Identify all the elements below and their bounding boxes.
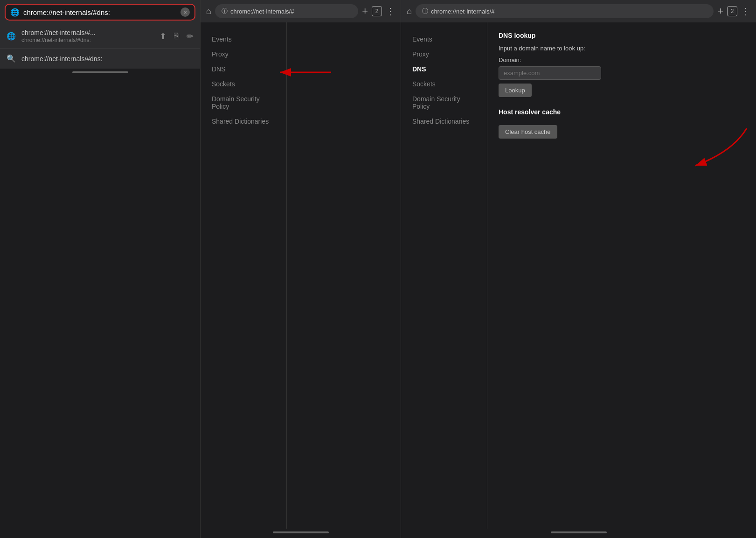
browser-chrome: ⌂ ⓘ chrome://net-internals/# + 2 ⋮ [201,0,401,22]
globe-icon: 🌐 [7,32,16,41]
nav-item-sockets-3[interactable]: Sockets [401,77,487,91]
browser-chrome-3: ⌂ ⓘ chrome://net-internals/# + 2 ⋮ [401,0,756,22]
globe-icon: 🌐 [10,8,20,17]
copy-icon[interactable]: ⎘ [174,31,179,42]
menu-button[interactable]: ⋮ [386,6,395,17]
nav-item-events-3[interactable]: Events [401,32,487,47]
bottom-indicator [0,69,200,78]
new-tab-button-3[interactable]: + [717,5,723,17]
nav-item-dsp[interactable]: Domain Security Policy [201,91,286,114]
nav-item-dns[interactable]: DNS [201,62,286,77]
url-text-3: chrome://net-internals/# [431,8,495,15]
home-button-3[interactable]: ⌂ [407,7,412,16]
bottom-indicator-2 [201,529,401,538]
net-main-content: DNS lookup Input a domain name to look u… [487,22,756,529]
url-bar[interactable]: ⓘ chrome://net-internals/# [215,4,358,18]
edit-icon[interactable]: ✏ [187,31,194,42]
host-resolver-title: Host resolver cache [499,108,745,116]
address-bar-container: 🌐 chrome://net-internals/#dns: × [0,0,200,24]
net-nav-3: Events Proxy DNS Sockets Domain Security… [401,22,487,529]
bottom-indicator-bar-3 [551,531,607,533]
menu-button-3[interactable]: ⋮ [741,6,750,17]
lock-icon-3: ⓘ [422,7,428,15]
panel-address-bar: 🌐 chrome://net-internals/#dns: × 🌐 chrom… [0,0,201,538]
dns-lookup-title: DNS lookup [499,32,745,39]
url-bar-3[interactable]: ⓘ chrome://net-internals/# [416,4,714,18]
domain-label: Domain: [499,56,745,63]
nav-item-proxy[interactable]: Proxy [201,47,286,62]
panel-browser-nav: ⌂ ⓘ chrome://net-internals/# + 2 ⋮ Event… [201,0,401,538]
nav-item-dsp-3[interactable]: Domain Security Policy [401,91,487,114]
bottom-indicator-bar-2 [273,531,329,533]
history-suggestion-item[interactable]: 🌐 chrome://net-internals/#... chrome://n… [0,24,200,49]
nav-item-proxy-3[interactable]: Proxy [401,47,487,62]
search-icon: 🔍 [7,54,16,63]
domain-input[interactable] [499,66,601,80]
search-suggestion-text: chrome://net-internals/#dns: [21,55,103,63]
search-suggestion-item[interactable]: 🔍 chrome://net-internals/#dns: [0,49,200,69]
bottom-indicator-bar [72,71,128,73]
home-button[interactable]: ⌂ [206,7,211,16]
clear-host-cache-button[interactable]: Clear host cache [499,125,557,139]
host-resolver-section: Host resolver cache Clear host cache [499,108,745,139]
share-icon[interactable]: ⬆ [160,31,166,42]
net-nav: Events Proxy DNS Sockets Domain Security… [201,22,287,529]
dns-lookup-desc: Input a domain name to look up: [499,45,745,52]
net-internals-content-3: Events Proxy DNS Sockets Domain Security… [401,22,756,529]
nav-item-sockets[interactable]: Sockets [201,77,286,91]
tab-count-3[interactable]: 2 [727,6,737,16]
url-text: chrome://net-internals/# [230,8,294,15]
lookup-button[interactable]: Lookup [499,84,532,97]
suggestion-list: 🌐 chrome://net-internals/#... chrome://n… [0,24,200,69]
lock-icon: ⓘ [222,7,228,15]
tab-count[interactable]: 2 [372,6,382,16]
address-bar-text: chrome://net-internals/#dns: [23,8,177,16]
nav-item-dns-3[interactable]: DNS [401,62,487,77]
nav-item-shared-dict-3[interactable]: Shared Dictionaries [401,114,487,129]
new-tab-button[interactable]: + [362,5,368,17]
suggestion-main-text: chrome://net-internals/#... [21,29,154,36]
address-bar-clear-button[interactable]: × [180,7,190,17]
suggestion-sub-text: chrome://net-internals/#dns: [21,37,154,43]
nav-item-events[interactable]: Events [201,32,286,47]
suggestion-actions: ⬆ ⎘ ✏ [160,31,194,42]
address-bar-focused[interactable]: 🌐 chrome://net-internals/#dns: × [5,4,195,21]
bottom-indicator-3 [401,529,756,538]
nav-item-shared-dict[interactable]: Shared Dictionaries [201,114,286,129]
net-internals-content: Events Proxy DNS Sockets Domain Security… [201,22,401,529]
dns-lookup-section: DNS lookup Input a domain name to look u… [499,32,745,97]
panel-browser-dns: ⌂ ⓘ chrome://net-internals/# + 2 ⋮ Event… [401,0,756,538]
suggestion-content: chrome://net-internals/#... chrome://net… [21,29,154,43]
